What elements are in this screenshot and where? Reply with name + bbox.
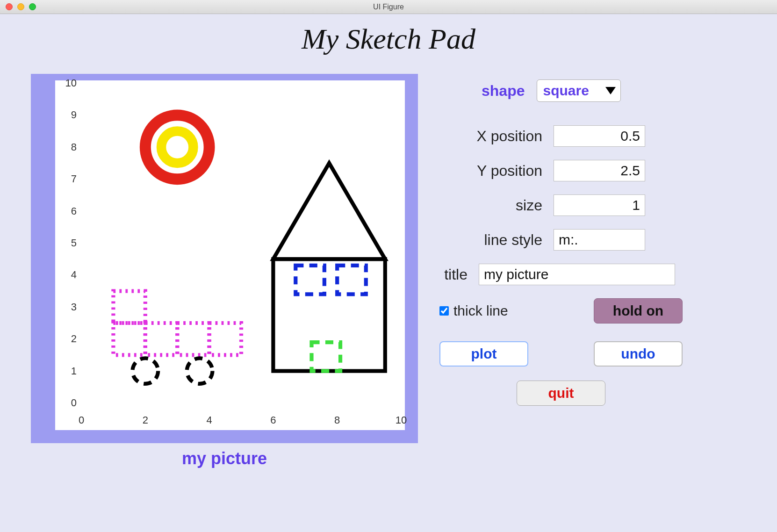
shape-select[interactable]: square bbox=[537, 79, 621, 102]
drawn-shape bbox=[132, 358, 158, 384]
linestyle-label: line style bbox=[449, 231, 542, 249]
drawn-shape bbox=[209, 323, 241, 355]
y-tick-label: 1 bbox=[71, 365, 77, 377]
controls-panel: shape square X position Y position size … bbox=[435, 79, 753, 419]
undo-button-label: undo bbox=[621, 346, 655, 362]
linestyle-input[interactable] bbox=[554, 229, 645, 251]
y-position-input[interactable] bbox=[554, 160, 645, 181]
drawn-shape bbox=[295, 266, 324, 295]
drawn-shape bbox=[273, 163, 385, 259]
axes-title: my picture bbox=[31, 449, 418, 468]
x-position-label: X position bbox=[449, 128, 542, 145]
drawn-shape bbox=[337, 266, 366, 295]
chevron-down-icon bbox=[605, 87, 616, 94]
drawn-shape bbox=[273, 259, 385, 371]
title-input[interactable] bbox=[479, 264, 675, 285]
quit-button-label: quit bbox=[548, 385, 574, 401]
y-position-label: Y position bbox=[449, 162, 542, 180]
y-tick-label: 4 bbox=[71, 269, 77, 281]
y-tick-label: 8 bbox=[71, 141, 77, 153]
size-input[interactable] bbox=[554, 194, 645, 216]
window-title: UI Figure bbox=[0, 3, 777, 11]
undo-button[interactable]: undo bbox=[594, 341, 683, 367]
shape-select-value: square bbox=[543, 83, 589, 99]
x-tick-label: 2 bbox=[143, 414, 148, 426]
app-root: My Sketch Pad 012345678910 0246810 my pi… bbox=[0, 14, 777, 532]
drawn-shape bbox=[113, 291, 145, 323]
axes-panel: 012345678910 0246810 bbox=[31, 74, 418, 443]
plot-button[interactable]: plot bbox=[439, 341, 528, 367]
axes-box[interactable]: 012345678910 0246810 bbox=[55, 80, 405, 430]
x-tick-label: 0 bbox=[79, 414, 84, 426]
y-tick-label: 2 bbox=[71, 333, 77, 345]
drawn-shape bbox=[311, 342, 340, 371]
y-tick-label: 9 bbox=[71, 109, 77, 121]
x-position-input[interactable] bbox=[554, 125, 645, 147]
drawn-shape bbox=[161, 131, 193, 163]
y-ticks: 012345678910 bbox=[58, 83, 79, 403]
drawn-shape bbox=[145, 115, 209, 179]
y-tick-label: 6 bbox=[71, 205, 77, 217]
y-tick-label: 10 bbox=[65, 77, 77, 89]
drawn-shape bbox=[113, 323, 145, 355]
y-tick-label: 0 bbox=[71, 397, 77, 409]
drawn-shape bbox=[145, 323, 177, 355]
x-tick-label: 4 bbox=[206, 414, 212, 426]
x-ticks: 0246810 bbox=[81, 409, 401, 427]
drawn-shape bbox=[187, 358, 213, 384]
x-tick-label: 8 bbox=[334, 414, 340, 426]
hold-on-button-label: hold on bbox=[613, 303, 663, 319]
x-tick-label: 10 bbox=[396, 414, 407, 426]
size-label: size bbox=[449, 197, 542, 214]
x-tick-label: 6 bbox=[270, 414, 276, 426]
shape-label: shape bbox=[482, 82, 525, 100]
quit-button[interactable]: quit bbox=[517, 381, 605, 406]
y-tick-label: 3 bbox=[71, 301, 77, 313]
page-title: My Sketch Pad bbox=[0, 22, 777, 56]
thick-line-label: thick line bbox=[453, 303, 508, 319]
hold-on-button[interactable]: hold on bbox=[594, 298, 683, 324]
axes-drawing[interactable] bbox=[81, 83, 401, 403]
window-titlebar: UI Figure bbox=[0, 0, 777, 14]
y-tick-label: 7 bbox=[71, 173, 77, 185]
plot-button-label: plot bbox=[471, 346, 497, 362]
y-tick-label: 5 bbox=[71, 237, 77, 249]
thick-line-checkbox[interactable] bbox=[439, 306, 449, 316]
drawn-shape bbox=[177, 323, 209, 355]
title-label: title bbox=[421, 266, 468, 283]
